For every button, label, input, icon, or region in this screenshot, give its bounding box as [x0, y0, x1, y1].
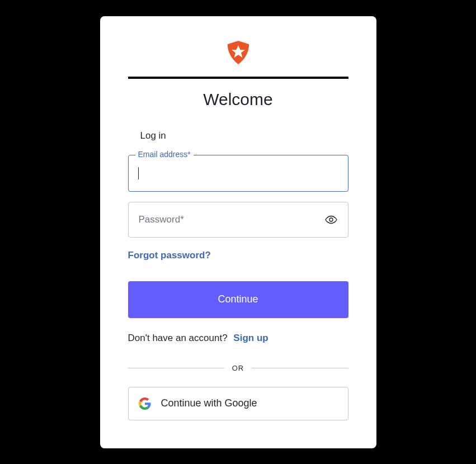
login-card: Welcome Log in Email address* Forgot pas…	[100, 16, 376, 448]
email-input[interactable]	[128, 155, 348, 192]
signup-prompt: Don't have an account?	[128, 333, 228, 343]
google-button-label: Continue with Google	[161, 397, 257, 409]
divider-line-left	[128, 368, 224, 368]
forgot-password-link[interactable]: Forgot password?	[128, 250, 211, 261]
login-heading: Log in	[128, 130, 348, 141]
eye-icon	[325, 215, 337, 224]
page-title: Welcome	[203, 90, 272, 109]
password-input[interactable]	[128, 202, 348, 238]
logo-wrap	[224, 39, 252, 67]
svg-point-0	[329, 218, 333, 221]
text-caret	[138, 167, 139, 179]
google-icon	[139, 397, 151, 410]
login-form: Log in Email address* Forgot password? C…	[128, 130, 348, 420]
continue-button[interactable]: Continue	[128, 281, 348, 318]
divider-line-right	[252, 368, 348, 368]
divider-label: OR	[224, 364, 252, 372]
header-divider	[128, 77, 348, 79]
or-divider: OR	[128, 364, 348, 372]
show-password-button[interactable]	[323, 213, 340, 226]
shield-star-icon	[224, 39, 252, 67]
google-signin-button[interactable]: Continue with Google	[128, 387, 348, 420]
email-field-group: Email address*	[128, 155, 348, 192]
signup-link[interactable]: Sign up	[233, 333, 268, 343]
signup-row: Don't have an account? Sign up	[128, 333, 348, 344]
password-field-group	[128, 202, 348, 238]
